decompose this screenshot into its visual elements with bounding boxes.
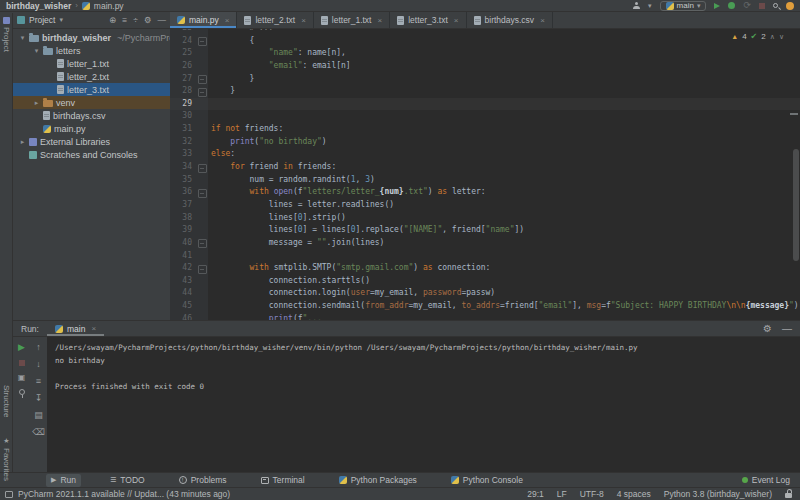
lock-icon[interactable] (785, 493, 792, 498)
code-line-30[interactable]: 30 (170, 110, 800, 123)
tree-item-birthday-wisher[interactable]: ▾birthday_wisher~/PycharmProjects/py (13, 31, 170, 44)
fold-marker-icon[interactable] (196, 161, 208, 174)
pin-icon[interactable] (19, 389, 25, 395)
close-icon[interactable]: × (91, 324, 96, 333)
soft-wrap-icon[interactable]: ≡ (36, 376, 41, 386)
tree-item-letters[interactable]: ▾letters (13, 44, 170, 57)
run-with-coverage-button[interactable]: ⟳ (743, 1, 751, 10)
tab-birthdays-csv[interactable]: birthdays.csv× (467, 12, 553, 28)
status-indent-style[interactable]: 4 spaces (617, 489, 651, 499)
code-line-35[interactable]: 35 num = random.randint(1, 3) (170, 174, 800, 187)
tree-item-external-libraries[interactable]: ▸External Libraries (13, 135, 170, 148)
stripe-favorites-button[interactable]: ★ Favorites (2, 437, 11, 481)
clear-icon[interactable]: ⌫ (32, 427, 45, 437)
stop-button[interactable] (759, 3, 765, 9)
tool-window-button-run[interactable]: ▶Run (46, 474, 81, 487)
status-encoding[interactable]: UTF-8 (580, 489, 604, 499)
tree-item-birthdays-csv[interactable]: birthdays.csv (13, 109, 170, 122)
prev-problem-icon[interactable]: ∧ (770, 33, 775, 41)
collapse-all-icon[interactable]: ≡ (122, 15, 127, 25)
code-line-39[interactable]: 39 lines[0] = lines[0].replace("[NAME]",… (170, 224, 800, 237)
project-panel-title[interactable]: Project (29, 15, 55, 25)
stripe-structure-button[interactable]: Structure (2, 385, 11, 417)
expand-all-icon[interactable]: ÷ (133, 15, 138, 25)
code-line-37[interactable]: 37 lines = letter.readlines() (170, 199, 800, 212)
fold-marker-icon[interactable] (196, 262, 208, 275)
tab-main-py[interactable]: main.py× (170, 12, 237, 28)
code-line-43[interactable]: 43 connection.starttls() (170, 275, 800, 288)
code-editor[interactable]: 23 # ...24 {25 "name": name[n],26 "email… (170, 29, 800, 320)
fold-marker-icon[interactable] (196, 237, 208, 250)
inspections-widget[interactable]: ▲ 4 ✔ 2 ∧ ∨ (731, 32, 784, 41)
code-line-32[interactable]: 32 print("no birthday") (170, 136, 800, 149)
update-indicator-icon[interactable] (786, 2, 794, 10)
settings-icon[interactable]: ⚙ (144, 15, 152, 25)
code-line-33[interactable]: 33else: (170, 148, 800, 161)
run-tab-main[interactable]: main × (47, 321, 104, 336)
tool-window-button-terminal[interactable]: Terminal (256, 474, 310, 487)
expand-arrow-icon[interactable]: ▸ (33, 99, 40, 107)
code-line-29[interactable]: 29 (170, 98, 800, 111)
up-stack-trace-icon[interactable]: ↑ (36, 342, 41, 352)
restore-layout-icon[interactable]: ▣ (18, 373, 26, 382)
code-line-27[interactable]: 27 } (170, 73, 800, 86)
next-problem-icon[interactable]: ∨ (779, 33, 784, 41)
fold-marker-icon[interactable] (196, 73, 208, 86)
breadcrumb-file[interactable]: main.py (94, 1, 124, 11)
hide-icon[interactable]: — (782, 323, 792, 334)
close-icon[interactable]: × (454, 16, 459, 25)
debug-button[interactable] (728, 2, 735, 9)
status-message[interactable]: PyCharm 2021.1.1 available // Updat... (… (18, 489, 230, 499)
print-icon[interactable]: ▤ (34, 410, 43, 420)
rerun-icon[interactable]: ▶ (18, 342, 25, 352)
hide-icon[interactable]: — (158, 15, 167, 25)
chevron-down-icon[interactable]: ▾ (59, 16, 63, 24)
editor-scrollbar[interactable] (793, 149, 799, 261)
code-line-46[interactable]: 46 print(f"... (170, 313, 800, 320)
expand-arrow-icon[interactable]: ▸ (19, 138, 26, 146)
code-line-38[interactable]: 38 lines[0].strip() (170, 212, 800, 225)
stop-icon[interactable] (19, 360, 25, 366)
tool-window-button-python-packages[interactable]: Python Packages (334, 474, 422, 487)
status-python-interpreter[interactable]: Python 3.8 (birthday_wisher) (664, 489, 772, 499)
fold-marker-icon[interactable] (196, 186, 208, 199)
code-line-36[interactable]: 36 with open(f"letters/letter_{num}.txt"… (170, 186, 800, 199)
expand-arrow-icon[interactable]: ▾ (19, 34, 26, 42)
code-line-31[interactable]: 31if not friends: (170, 123, 800, 136)
tree-item-scratches-and-consoles[interactable]: Scratches and Consoles (13, 148, 170, 161)
close-icon[interactable]: × (301, 16, 306, 25)
tree-item-letter-3-txt[interactable]: letter_3.txt (13, 83, 170, 96)
gear-icon[interactable]: ⚙ (763, 324, 772, 334)
code-line-40[interactable]: 40 message = "".join(lines) (170, 237, 800, 250)
tree-item-letter-1-txt[interactable]: letter_1.txt (13, 57, 170, 70)
close-icon[interactable]: × (377, 16, 382, 25)
tool-window-button-todo[interactable]: ☰TODO (105, 474, 150, 487)
tab-letter-3-txt[interactable]: letter_3.txt× (390, 12, 466, 28)
close-icon[interactable]: × (225, 16, 230, 25)
user-icon[interactable] (633, 2, 640, 9)
fold-marker-icon[interactable] (196, 85, 208, 98)
close-icon[interactable]: × (540, 16, 545, 25)
code-line-42[interactable]: 42 with smtplib.SMTP("smtp.gmail.com") a… (170, 262, 800, 275)
run-console[interactable]: /Users/swayam/PycharmProjects/python/bir… (47, 337, 800, 472)
code-line-24[interactable]: 24 { (170, 35, 800, 48)
fold-marker-icon[interactable] (196, 35, 208, 48)
code-line-45[interactable]: 45 connection.sendmail(from_addr=my_emai… (170, 300, 800, 313)
tab-letter-1-txt[interactable]: letter_1.txt× (314, 12, 390, 28)
tree-item-main-py[interactable]: main.py (13, 122, 170, 135)
code-line-41[interactable]: 41 (170, 250, 800, 263)
scroll-to-end-icon[interactable]: ↧ (35, 393, 43, 403)
code-line-34[interactable]: 34 for friend in friends: (170, 161, 800, 174)
code-line-44[interactable]: 44 connection.login(user=my_email, passw… (170, 287, 800, 300)
breadcrumb-project[interactable]: birthday_wisher (6, 1, 71, 11)
stripe-project-button[interactable]: Project (2, 17, 11, 52)
tool-window-button-python-console[interactable]: Python Console (446, 474, 528, 487)
code-line-25[interactable]: 25 "name": name[n], (170, 47, 800, 60)
code-line-26[interactable]: 26 "email": email[n] (170, 60, 800, 73)
tool-window-button-problems[interactable]: !Problems (174, 474, 232, 487)
tool-window-quick-access-icon[interactable] (5, 491, 13, 498)
run-button[interactable] (714, 3, 720, 9)
run-configuration-select[interactable]: main ▾ (660, 1, 707, 11)
status-line-separator[interactable]: LF (557, 489, 567, 499)
tab-letter-2-txt[interactable]: letter_2.txt× (237, 12, 313, 28)
